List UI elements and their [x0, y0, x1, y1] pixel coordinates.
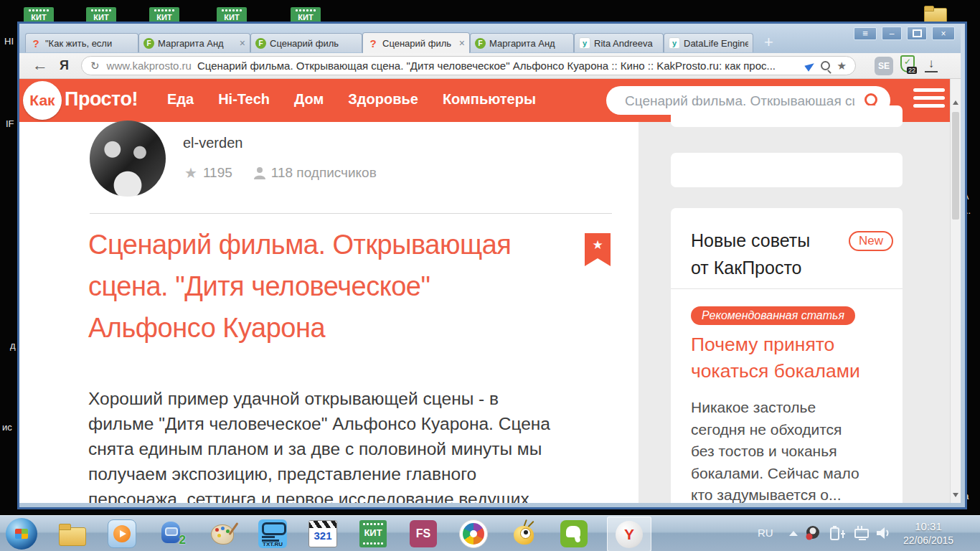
taskbar-icons: 2 TXT.RU 321 КИТ FS	[56, 519, 590, 549]
followers-person-icon	[254, 166, 265, 179]
window-controls: ≡ – ×	[854, 27, 955, 40]
webmoney-ant-icon	[510, 520, 537, 547]
kit-player-button[interactable]: КИТ	[357, 519, 389, 549]
explorer-folder-button[interactable]	[56, 519, 88, 549]
txtru-button[interactable]: TXT.RU	[257, 519, 288, 549]
browser-tab-active[interactable]: ? Сценарий филь ×	[362, 32, 470, 53]
windows-flag-icon	[15, 529, 28, 539]
article-title-line: Альфонсо Куарона	[88, 307, 511, 349]
extension-se-badge[interactable]: SE	[875, 57, 893, 75]
scroll-down-icon[interactable]	[953, 493, 958, 497]
widget-title-line: от КакПросто	[691, 254, 810, 281]
kakprosto-favicon-icon: ?	[30, 37, 42, 49]
icq-button[interactable]: 2	[156, 519, 188, 549]
article-body-line: Хороший пример удачной открывающей сцены…	[88, 386, 550, 411]
kit-film-icon: КИТ	[359, 520, 387, 547]
maximize-icon	[913, 29, 922, 37]
nav-item-health[interactable]: Здоровье	[348, 91, 418, 108]
kakprosto-logo-icon[interactable]: Как	[23, 81, 62, 120]
recommended-badge: Рекомендованная статья	[691, 306, 855, 325]
start-button[interactable]	[6, 518, 37, 550]
close-button[interactable]: ×	[932, 27, 955, 40]
media-player-button[interactable]	[106, 519, 138, 549]
minimize-button[interactable]: –	[882, 27, 902, 40]
turbo-rocket-icon[interactable]	[804, 60, 816, 72]
page-viewport: Как Просто! Еда Hi-Tech Дом Здоровье Ком…	[19, 79, 961, 503]
kit-icon: КИТ	[291, 13, 321, 22]
tab-title: "Как жить, если	[45, 38, 133, 49]
tab-close-icon[interactable]: ×	[459, 38, 465, 48]
browser-tab[interactable]: F Сценарий филь	[250, 33, 362, 52]
page-scrollbar[interactable]	[950, 79, 961, 503]
tab-close-icon[interactable]: ×	[240, 38, 245, 48]
search-icon[interactable]	[821, 61, 830, 70]
scroll-up-icon[interactable]	[953, 100, 958, 105]
tab-list-menu-icon[interactable]: ≡	[854, 27, 877, 40]
browser-tab[interactable]: y DataLife Engine	[664, 33, 753, 52]
tray-expand-icon[interactable]	[789, 531, 798, 536]
kit-icon: КИТ	[86, 13, 116, 22]
browser-tab[interactable]: y Rita Andreeva	[574, 33, 664, 52]
back-icon[interactable]: ←	[32, 56, 48, 75]
yandex-logo-icon[interactable]: Я	[60, 58, 69, 73]
film-dots-icon	[149, 9, 179, 11]
network-icon[interactable]	[852, 525, 871, 544]
nav-item-home[interactable]: Дом	[294, 91, 324, 108]
article-body-line: персонажа, сеттинга и первое исследовани…	[88, 486, 550, 503]
adguard-shield-icon[interactable]: ✓ 22	[900, 55, 915, 72]
txtru-icon: TXT.RU	[258, 519, 287, 548]
author-name[interactable]: el-verden	[183, 135, 242, 151]
article-body-line: фильме "Дитя человеческое" Альфонсо Куар…	[88, 411, 550, 436]
film-dots-icon	[217, 9, 247, 11]
media-player-classic-button[interactable]: 321	[307, 519, 339, 549]
taskbar-clock[interactable]: 10:31 22/06/2015	[891, 519, 966, 547]
browser-tab[interactable]: F Маргарита Анд ×	[138, 33, 250, 52]
recommended-article-title[interactable]: Почему принято чокаться бокалами	[691, 331, 860, 385]
article-body-line: получаем экспозицию, представление главн…	[88, 461, 550, 486]
recommended-title-line: чокаться бокалами	[691, 358, 860, 385]
paint-button[interactable]	[207, 519, 238, 549]
hamburger-menu-icon[interactable]	[913, 88, 945, 112]
rating-star-icon: ★	[184, 164, 197, 182]
faststone-button[interactable]: FS	[407, 519, 439, 549]
new-tab-button[interactable]: +	[764, 34, 773, 50]
nav-item-computers[interactable]: Компьютеры	[443, 91, 536, 108]
bookmark-star-icon[interactable]: ★	[837, 60, 847, 72]
excerpt-line: Никакое застолье	[691, 397, 859, 419]
yandex-browser-button-active[interactable]: Y	[607, 517, 651, 551]
download-icon[interactable]: ↓	[925, 56, 938, 72]
desktop-folder-icon[interactable]	[924, 6, 946, 22]
language-indicator[interactable]: RU	[758, 527, 773, 539]
article-title: Сценарий фильма. Открывающая сцена. "Дит…	[88, 224, 511, 349]
main-navigation: Еда Hi-Tech Дом Здоровье Компьютеры	[167, 91, 536, 108]
yandex-browser-icon: Y	[616, 521, 643, 548]
search-magnifier-icon[interactable]	[864, 93, 877, 106]
article-title-line: Сценарий фильма. Открывающая	[88, 224, 511, 265]
browser-tab[interactable]: ? "Как жить, если	[25, 33, 138, 52]
nav-item-food[interactable]: Еда	[167, 91, 194, 108]
author-avatar[interactable]	[90, 121, 166, 197]
reload-icon[interactable]: ↻	[90, 60, 100, 72]
picasa-button[interactable]	[458, 519, 489, 549]
excerpt-line: кто задумывается о...	[691, 484, 859, 503]
tray-app-icon[interactable]	[805, 525, 821, 544]
address-bar[interactable]: ↻ www.kakprosto.ru Сценарий фильма. Откр…	[81, 56, 856, 75]
site-favicon-icon: y	[669, 37, 680, 49]
address-page-title: Сценарий фильма. Открывающая сцена. "Дит…	[197, 60, 800, 72]
tab-title: DataLife Engine	[684, 38, 748, 49]
nav-item-hitech[interactable]: Hi-Tech	[218, 91, 270, 108]
maximize-button[interactable]	[907, 27, 927, 40]
scrollbar-thumb[interactable]	[952, 112, 959, 220]
windows-taskbar: 2 TXT.RU 321 КИТ FS Y RU	[0, 515, 980, 551]
film-dots-icon	[291, 9, 321, 11]
evernote-button[interactable]	[558, 519, 590, 549]
volume-icon[interactable]	[875, 525, 892, 544]
battery-icon[interactable]	[829, 525, 847, 544]
webmoney-button[interactable]	[508, 519, 540, 549]
tab-title: Маргарита Анд	[489, 38, 569, 49]
site-logo-text[interactable]: Просто!	[65, 88, 138, 110]
kakprosto-favicon-icon: ?	[367, 37, 379, 49]
browser-tab[interactable]: F Маргарита Анд	[470, 33, 574, 52]
new-badge: New	[849, 231, 893, 251]
desktop-icon-label: ис	[2, 422, 12, 433]
